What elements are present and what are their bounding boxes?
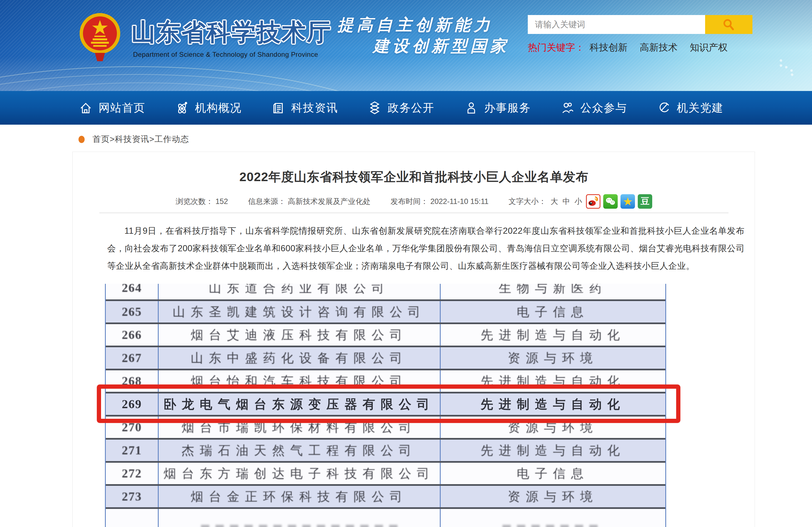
row-company: 卧龙电气烟台东源变压器有限公司 bbox=[164, 396, 435, 413]
hot-keywords-row: 热门关键字： 科技创新 高新技术 知识产权 bbox=[528, 41, 740, 54]
dot-decor bbox=[785, 66, 787, 69]
meta-views: 浏览次数： 152 bbox=[176, 196, 228, 206]
hot-keyword-link[interactable]: 科技创新 bbox=[590, 41, 627, 54]
table-row: 272 烟台东方瑞创达电子科技有限公司 电子信息 bbox=[106, 461, 665, 484]
table-row: 270 烟台市瑞凯环保材料有限公司 资源与环境 bbox=[106, 415, 665, 438]
fontsize-medium-button[interactable]: 中 bbox=[563, 196, 570, 206]
row-no: 268 bbox=[122, 374, 142, 388]
nav-item-gov-affairs[interactable]: 政务公开 bbox=[367, 100, 434, 116]
share-icons: ★ 豆 bbox=[586, 194, 652, 209]
nav-item-about[interactable]: 机构概况 bbox=[175, 100, 242, 116]
row-company: 山东圣凯建筑设计咨询有限公司 bbox=[173, 304, 426, 320]
table-row: 273 烟台金正环保科技有限公司 资源与环境 bbox=[106, 484, 665, 507]
breadcrumb-links[interactable]: 首页>科技资讯>工作动态 bbox=[92, 134, 189, 145]
share-douban-icon[interactable]: 豆 bbox=[638, 194, 652, 209]
row-no: 273 bbox=[122, 489, 142, 503]
dot-decor bbox=[780, 59, 782, 62]
article-title: 2022年度山东省科技领军企业和首批科技小巨人企业名单发布 bbox=[73, 169, 755, 185]
nav-item-label: 机构概况 bbox=[195, 100, 242, 116]
row-company: 烟台艾迪液压科技有限公司 bbox=[191, 327, 408, 343]
breadcrumb: 首页>科技资讯>工作动态 bbox=[78, 134, 189, 145]
scan-table: 264 山东道合药业有限公司 生物与新医药 265 山东圣凯建筑设计咨询有限公司… bbox=[105, 284, 666, 527]
dot-decor bbox=[790, 69, 793, 72]
row-company: 烟台东方瑞创达电子科技有限公司 bbox=[164, 465, 435, 482]
search-button[interactable] bbox=[705, 15, 752, 34]
people-icon bbox=[560, 101, 575, 115]
fontsize-label: 文字大小： bbox=[509, 196, 546, 206]
views-label: 浏览次数： bbox=[176, 196, 213, 206]
row-no: 271 bbox=[122, 443, 142, 457]
fontsize-small-button[interactable]: 小 bbox=[575, 196, 582, 206]
row-category: 生物与新医药 bbox=[499, 284, 607, 296]
views-value: 152 bbox=[216, 197, 228, 206]
breadcrumb-dot-icon bbox=[78, 136, 85, 143]
share-weibo-icon[interactable] bbox=[586, 194, 600, 209]
weibo-glyph bbox=[587, 195, 599, 208]
source-value: 高新技术发展及产业化处 bbox=[288, 196, 371, 206]
row-company: 山东中盛药化设备有限公司 bbox=[191, 350, 408, 366]
party-icon bbox=[657, 101, 671, 115]
nav-item-news[interactable]: 科技资讯 bbox=[271, 100, 338, 116]
share-wechat-icon[interactable] bbox=[603, 194, 618, 209]
site-title: 山东省科学技术厅 bbox=[131, 16, 343, 49]
dot-decor bbox=[780, 64, 782, 67]
share-qzone-icon[interactable]: ★ bbox=[621, 194, 635, 209]
row-category: 资源与环境 bbox=[508, 488, 598, 505]
news-icon bbox=[271, 101, 286, 115]
cutoff-text-decor bbox=[503, 525, 604, 527]
search-input[interactable] bbox=[528, 15, 705, 34]
dot-decor bbox=[791, 73, 793, 76]
row-no: 265 bbox=[122, 305, 142, 319]
time-label: 发布时间： bbox=[391, 196, 428, 206]
site-slogan: 提高自主创新能力 建设创新型国家 bbox=[337, 14, 509, 57]
company-list-table-image: 264 山东道合药业有限公司 生物与新医药 265 山东圣凯建筑设计咨询有限公司… bbox=[105, 284, 667, 527]
fontsize-large-button[interactable]: 大 bbox=[551, 196, 558, 206]
row-no: 267 bbox=[122, 351, 142, 365]
table-row: 271 杰瑞石油天然气工程有限公司 先进制造与自动化 bbox=[106, 438, 665, 461]
row-category: 先进制造与自动化 bbox=[481, 396, 625, 413]
article-meta-row: 浏览次数： 152 信息来源： 高新技术发展及产业化处 发布时间： 2022-1… bbox=[73, 193, 755, 210]
hot-keyword-link[interactable]: 高新技术 bbox=[640, 41, 678, 54]
row-company: 烟台怡和汽车科技有限公司 bbox=[191, 373, 408, 390]
row-no: 269 bbox=[122, 397, 142, 411]
hot-keyword-link[interactable]: 知识产权 bbox=[690, 41, 728, 54]
table-row-partial bbox=[106, 507, 665, 527]
search-icon bbox=[722, 17, 736, 32]
row-company: 烟台金正环保科技有限公司 bbox=[191, 488, 408, 505]
row-category: 资源与环境 bbox=[508, 350, 598, 366]
home-icon bbox=[78, 101, 93, 115]
table-row-highlighted: 269 卧龙电气烟台东源变压器有限公司 先进制造与自动化 bbox=[106, 392, 665, 415]
table-row: 266 烟台艾迪液压科技有限公司 先进制造与自动化 bbox=[106, 322, 665, 346]
row-company: 山东道合药业有限公司 bbox=[209, 284, 390, 296]
nav-item-label: 网站首页 bbox=[99, 100, 145, 116]
atom-icon bbox=[175, 101, 189, 115]
table-row: 265 山东圣凯建筑设计咨询有限公司 电子信息 bbox=[106, 299, 665, 322]
row-no: 270 bbox=[122, 420, 142, 434]
time-value: 2022-11-10 15:11 bbox=[430, 197, 489, 206]
table-row: 264 山东道合药业有限公司 生物与新医药 bbox=[106, 284, 665, 299]
nav-item-participation[interactable]: 公众参与 bbox=[560, 100, 627, 116]
main-nav: 网站首页 机构概况 科技资讯 政务公开 bbox=[0, 91, 812, 125]
nav-item-party-building[interactable]: 机关党建 bbox=[657, 100, 724, 116]
nav-item-label: 公众参与 bbox=[580, 100, 627, 116]
row-category: 先进制造与自动化 bbox=[481, 327, 625, 343]
table-row: 268 烟台怡和汽车科技有限公司 先进制造与自动化 bbox=[106, 369, 665, 392]
nav-item-label: 科技资讯 bbox=[291, 100, 338, 116]
meta-publish-time: 发布时间： 2022-11-10 15:11 bbox=[391, 196, 489, 206]
source-label: 信息来源： bbox=[248, 196, 286, 206]
nav-item-home[interactable]: 网站首页 bbox=[78, 100, 145, 116]
site-subtitle: Department of Science & Technology of Sh… bbox=[133, 50, 345, 58]
nav-item-services[interactable]: 办事服务 bbox=[464, 100, 531, 116]
table-row: 267 山东中盛药化设备有限公司 资源与环境 bbox=[106, 346, 665, 369]
nav-item-label: 办事服务 bbox=[484, 100, 531, 116]
row-no: 266 bbox=[122, 328, 142, 342]
nav-item-label: 政务公开 bbox=[388, 100, 434, 116]
row-no: 264 bbox=[122, 284, 142, 295]
row-no: 272 bbox=[122, 466, 142, 481]
meta-divider bbox=[99, 213, 728, 213]
qzone-star-glyph: ★ bbox=[623, 195, 633, 208]
nav-item-label: 机关党建 bbox=[677, 100, 724, 116]
row-company: 杰瑞石油天然气工程有限公司 bbox=[182, 442, 417, 459]
cutoff-text-decor bbox=[201, 525, 398, 527]
row-category: 先进制造与自动化 bbox=[481, 373, 625, 390]
